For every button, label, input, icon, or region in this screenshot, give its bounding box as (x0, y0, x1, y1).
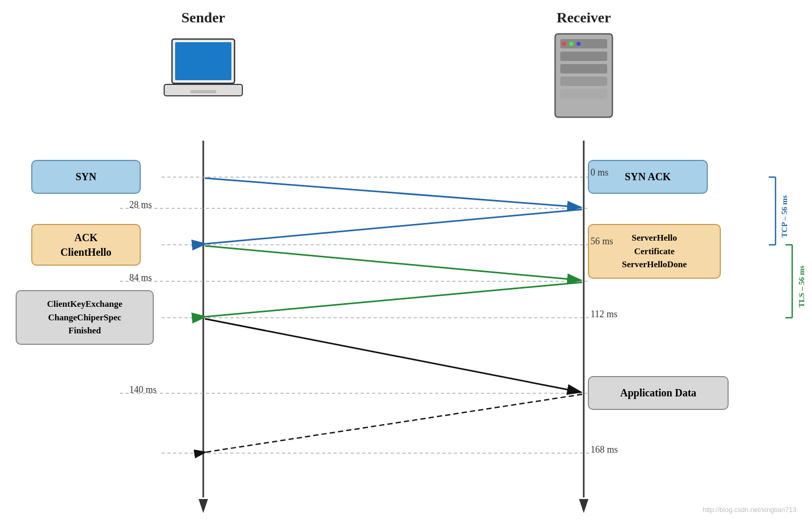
svg-marker-22 (199, 499, 208, 513)
time-84ms: 84 ms (129, 272, 152, 283)
receiver-label: Receiver (542, 9, 625, 26)
time-168ms: 168 ms (590, 444, 618, 455)
serverhello-box: ServerHelloCertificateServerHelloDone (588, 224, 721, 279)
sender-device-icon (162, 29, 245, 122)
tls-brace-label: TLS – 56 ms (797, 266, 806, 307)
syn-box: SYN (31, 160, 141, 194)
time-56ms: 56 ms (590, 236, 613, 247)
time-112ms: 112 ms (590, 309, 618, 320)
ack-clienthello-box: ACKClientHello (31, 224, 141, 266)
svg-line-33 (205, 246, 581, 280)
sender-label: Sender (162, 9, 245, 26)
svg-line-34 (206, 282, 582, 317)
svg-rect-9 (560, 89, 607, 98)
clientkeyexchange-box: ClientKeyExchangeChangeChiperSpecFinishe… (16, 290, 154, 345)
svg-rect-8 (560, 77, 607, 86)
svg-rect-3 (190, 90, 216, 93)
svg-rect-5 (560, 39, 607, 48)
svg-rect-1 (175, 42, 231, 80)
svg-rect-7 (560, 64, 607, 73)
svg-line-35 (205, 319, 581, 392)
svg-point-11 (569, 42, 573, 46)
tcp-brace-label: TCP – 56 ms (780, 195, 789, 238)
time-0ms: 0 ms (590, 167, 609, 178)
svg-line-32 (206, 209, 582, 244)
receiver-device-icon (542, 29, 625, 122)
svg-point-10 (562, 42, 566, 46)
watermark: http://blog.csdn.net/xingtian713 (703, 506, 796, 514)
time-140ms: 140 ms (129, 384, 157, 395)
svg-marker-23 (579, 499, 588, 513)
svg-line-31 (205, 178, 581, 207)
time-28ms: 28 ms (129, 199, 152, 210)
diagram-container: Sender Receiver (0, 0, 812, 524)
svg-rect-6 (560, 52, 607, 61)
appdata-box: Application Data (588, 376, 729, 410)
svg-point-12 (576, 42, 581, 46)
svg-line-36 (206, 394, 582, 452)
